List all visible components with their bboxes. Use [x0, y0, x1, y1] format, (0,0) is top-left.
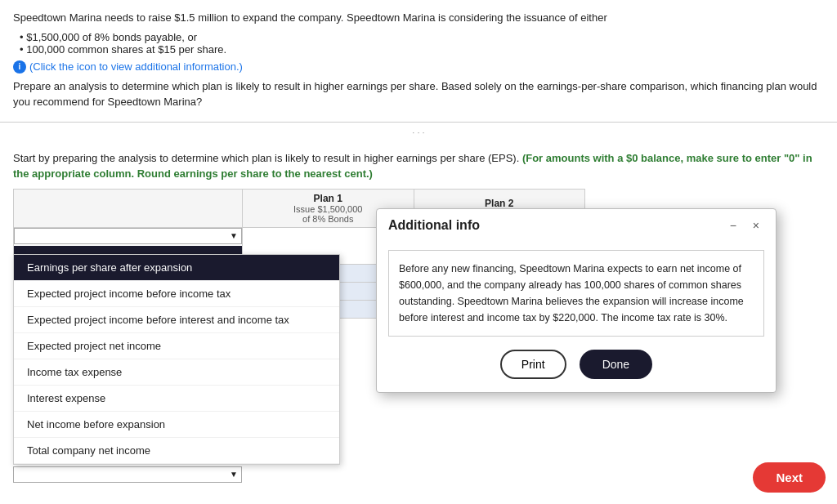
modal-info-box: Before any new financing, Speedtown Mari…: [388, 250, 764, 337]
modal-minimize-button[interactable]: −: [725, 217, 741, 234]
done-button[interactable]: Done: [580, 350, 652, 379]
print-button[interactable]: Print: [500, 350, 566, 379]
modal-close-button[interactable]: ×: [748, 217, 764, 234]
modal-body: Before any new financing, Speedtown Mari…: [377, 240, 776, 392]
modal-header: Additional info − ×: [377, 209, 776, 240]
modal-buttons: Print Done: [388, 350, 764, 379]
modal-overlay: Additional info − × Before any new finan…: [0, 0, 837, 504]
modal-title: Additional info: [388, 218, 480, 233]
modal-info-text: Before any new financing, Speedtown Mari…: [399, 263, 744, 323]
modal-box: Additional info − × Before any new finan…: [376, 208, 777, 393]
modal-controls: − ×: [725, 217, 764, 234]
